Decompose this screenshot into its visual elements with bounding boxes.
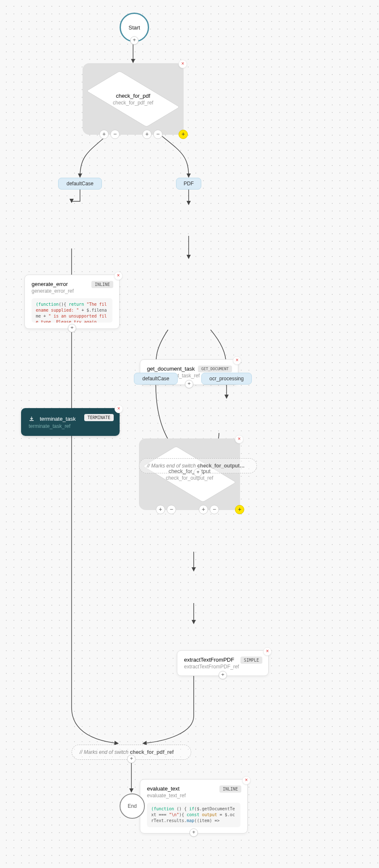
remove-case-button[interactable]: −: [110, 130, 120, 139]
task-title: terminate_task: [40, 416, 75, 422]
task-terminate[interactable]: × terminate_task terminate_task_ref TERM…: [21, 408, 120, 436]
add-after-button[interactable]: +: [190, 828, 198, 837]
case-default-2[interactable]: defaultCase: [134, 373, 178, 385]
close-icon[interactable]: ×: [242, 776, 251, 785]
branch-left-controls: + −: [156, 505, 176, 514]
close-icon[interactable]: ×: [114, 272, 123, 280]
switch-check-for-pdf[interactable]: × check_for_pdf check_for_pdf_ref + − + …: [83, 63, 184, 135]
case-default[interactable]: defaultCase: [58, 178, 102, 190]
end-switch-check-for-output: // Marks end of switch check_for_output……: [139, 458, 257, 473]
add-branch-button[interactable]: +: [235, 505, 244, 514]
add-case-button[interactable]: +: [99, 130, 109, 139]
case-label: defaultCase: [142, 376, 169, 382]
case-ocr[interactable]: ocr_processing: [201, 373, 252, 385]
task-ref: extractTextFromPDF_ref: [184, 664, 262, 670]
add-after-start-button[interactable]: +: [130, 36, 139, 45]
end-switch-ref: check_for_pdf_ref: [130, 749, 173, 755]
task-type-tag: SIMPLE: [240, 657, 262, 664]
remove-case-button[interactable]: −: [167, 505, 176, 514]
start-label: Start: [128, 24, 140, 31]
add-after-button[interactable]: +: [68, 324, 76, 332]
add-after-button[interactable]: +: [185, 380, 193, 388]
branch-right-controls: + −: [199, 505, 219, 514]
task-ref: evaluate_text_ref: [147, 793, 240, 799]
end-switch-prefix: // Marks end of switch: [147, 463, 196, 469]
task-type-tag: GET_DOCUMENT: [198, 366, 232, 372]
task-ref: generate_error_ref: [32, 288, 112, 294]
switch-check-for-output[interactable]: × check_for_output check_for_output_ref …: [139, 438, 240, 510]
add-branch-button[interactable]: +: [179, 130, 188, 139]
add-after-button[interactable]: +: [219, 671, 227, 679]
end-label: End: [128, 803, 136, 809]
start-node[interactable]: Start +: [120, 13, 149, 42]
close-icon[interactable]: ×: [233, 356, 241, 365]
close-icon[interactable]: ×: [115, 405, 123, 413]
add-after-button[interactable]: +: [194, 468, 202, 477]
end-switch-prefix: // Marks end of switch: [80, 749, 128, 755]
switch-ref: check_for_output_ref: [152, 475, 227, 481]
switch-ref: check_for_pdf_ref: [95, 100, 171, 106]
close-icon[interactable]: ×: [235, 435, 243, 443]
case-pdf[interactable]: PDF: [176, 178, 201, 190]
switch-label: check_for_pdf check_for_pdf_ref: [95, 93, 171, 106]
case-label: defaultCase: [67, 181, 93, 187]
close-icon[interactable]: ×: [263, 647, 272, 656]
add-case-button[interactable]: +: [142, 130, 152, 139]
end-switch-ref: check_for_output…: [197, 463, 245, 469]
remove-case-button[interactable]: −: [210, 505, 219, 514]
task-generate-error[interactable]: × generate_error generate_error_ref INLI…: [24, 275, 120, 329]
task-type-tag: INLINE: [219, 785, 241, 793]
end-switch-check-for-pdf: // Marks end of switch check_for_pdf_ref…: [72, 745, 191, 760]
end-node[interactable]: End: [120, 793, 145, 819]
add-case-button[interactable]: +: [156, 505, 165, 514]
code-preview: (function () { if($.getDocumentText === …: [147, 803, 240, 827]
add-case-button[interactable]: +: [199, 505, 208, 514]
download-icon: [29, 416, 35, 422]
case-label: PDF: [184, 181, 194, 187]
code-preview: (function(){ return "The filename suppli…: [32, 298, 112, 323]
switch-title: check_for_pdf: [95, 93, 171, 99]
branch-left-controls: + −: [99, 130, 120, 139]
case-label: ocr_processing: [209, 376, 243, 382]
task-evaluate-text[interactable]: × evaluate_text evaluate_text_ref INLINE…: [140, 779, 248, 833]
remove-case-button[interactable]: −: [153, 130, 163, 139]
task-type-tag: INLINE: [91, 281, 113, 288]
close-icon[interactable]: ×: [179, 60, 187, 68]
task-type-tag: TERMINATE: [84, 414, 114, 421]
branch-right-controls: + −: [142, 130, 163, 139]
task-extract-text-pdf[interactable]: × extractTextFromPDF extractTextFromPDF_…: [177, 650, 269, 676]
task-ref: terminate_task_ref: [29, 423, 112, 429]
add-after-button[interactable]: +: [127, 755, 136, 763]
